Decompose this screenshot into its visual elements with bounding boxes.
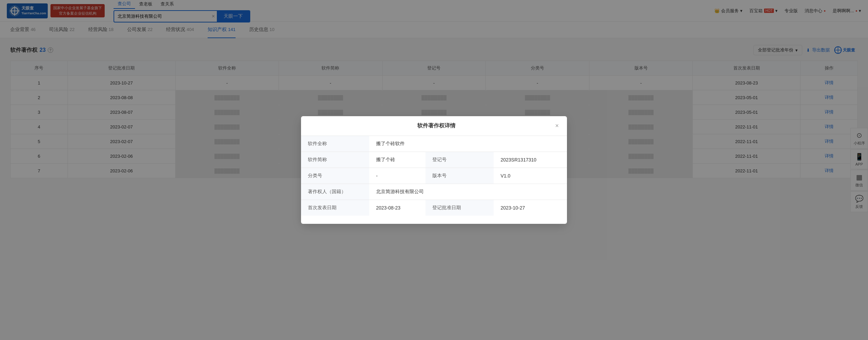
label-category: 分类号 — [301, 168, 369, 184]
label-full-name: 软件全称 — [301, 136, 369, 152]
modal-header: 软件著作权详情 × — [301, 116, 567, 136]
software-detail-modal: 软件著作权详情 × 软件全称 搬了个砖软件 软件简称 搬了个砖 登记号 2023… — [301, 116, 567, 185]
modal-body: 软件全称 搬了个砖软件 软件简称 搬了个砖 登记号 2023SR1317310 … — [301, 136, 567, 185]
value-reg-no: 2023SR1317310 — [494, 152, 567, 168]
label-reg-no: 登记号 — [425, 152, 494, 168]
modal-row-short-name: 软件简称 搬了个砖 登记号 2023SR1317310 — [301, 152, 567, 168]
value-version: V1.0 — [494, 168, 567, 184]
modal-row-owner: 著作权人（国籍） 北京简游科技有限公司 — [301, 184, 567, 185]
value-owner: 北京简游科技有限公司 — [369, 184, 567, 185]
label-short-name: 软件简称 — [301, 152, 369, 168]
modal-row-full-name: 软件全称 搬了个砖软件 — [301, 136, 567, 152]
value-full-name: 搬了个砖软件 — [369, 136, 567, 152]
modal-detail-table: 软件全称 搬了个砖软件 软件简称 搬了个砖 登记号 2023SR1317310 … — [301, 136, 567, 185]
modal-row-category: 分类号 - 版本号 V1.0 — [301, 168, 567, 184]
modal-title: 软件著作权详情 — [317, 122, 555, 129]
modal-overlay[interactable]: 软件著作权详情 × 软件全称 搬了个砖软件 软件简称 搬了个砖 登记号 2023… — [0, 0, 868, 185]
value-category: - — [369, 168, 425, 184]
modal-close-button[interactable]: × — [555, 122, 559, 129]
value-short-name: 搬了个砖 — [369, 152, 425, 168]
label-version: 版本号 — [425, 168, 494, 184]
label-owner: 著作权人（国籍） — [301, 184, 369, 185]
